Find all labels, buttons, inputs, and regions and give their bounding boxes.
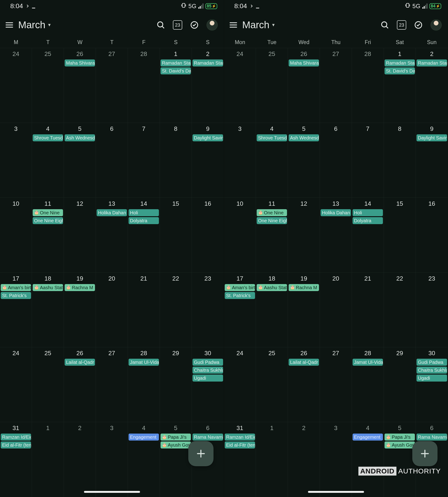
calendar-cell[interactable]: 13Holika Dahan: [320, 198, 352, 272]
calendar-cell[interactable]: 9Daylight Saving: [416, 123, 448, 198]
calendar-cell[interactable]: 5Ash Wednesday: [288, 123, 320, 198]
event-chip[interactable]: 🎂Rachna M: [289, 284, 319, 291]
add-event-fab[interactable]: [412, 441, 437, 466]
calendar-cell[interactable]: 5Ash Wednesday: [64, 123, 96, 198]
calendar-cell[interactable]: 2Ramadan Start: [192, 48, 224, 123]
calendar-cell[interactable]: 29: [384, 347, 416, 422]
account-avatar[interactable]: [207, 19, 218, 31]
calendar-cell[interactable]: 6: [96, 123, 128, 198]
event-chip[interactable]: Ash Wednesday: [65, 134, 95, 141]
event-chip[interactable]: Ramzan Id/Eid: [1, 434, 31, 441]
calendar-cell[interactable]: 22: [384, 273, 416, 347]
event-chip[interactable]: Dolyatra: [128, 217, 159, 224]
calendar-cell[interactable]: 12: [64, 198, 96, 272]
calendar-cell[interactable]: 23: [416, 273, 448, 347]
calendar-cell[interactable]: 25: [32, 48, 64, 123]
calendar-cell[interactable]: 17🎂Aman's birthdaySt. Patrick's: [224, 273, 256, 347]
calendar-cell[interactable]: 10: [0, 198, 32, 272]
search-button[interactable]: [156, 20, 166, 30]
calendar-cell[interactable]: 18🎂Aashu Status: [256, 273, 288, 347]
event-chip[interactable]: 🎂Aashu Status: [33, 284, 63, 291]
event-chip[interactable]: Ramadan Start: [160, 60, 191, 66]
event-chip[interactable]: Maha Shivaratri: [289, 60, 319, 66]
calendar-cell[interactable]: 21: [352, 273, 384, 347]
calendar-cell[interactable]: 24: [0, 347, 32, 422]
event-chip[interactable]: St. Patrick's: [1, 292, 31, 299]
event-chip[interactable]: Daylight Saving: [192, 134, 223, 141]
event-chip[interactable]: Ash Wednesday: [289, 134, 319, 141]
event-chip[interactable]: St. David's Day: [384, 67, 415, 74]
calendar-cell[interactable]: 1Ramadan StartSt. David's Day: [384, 48, 416, 123]
hamburger-menu-button[interactable]: [228, 20, 239, 30]
calendar-cell[interactable]: 4Shrove Tuesday: [256, 123, 288, 198]
tasks-button[interactable]: [189, 20, 199, 30]
calendar-cell[interactable]: 26Lailat al-Qadr: [64, 347, 96, 422]
calendar-cell[interactable]: 17🎂Aman's birthdaySt. Patrick's: [0, 273, 32, 347]
event-chip[interactable]: One Nine Eight: [257, 217, 287, 224]
event-chip[interactable]: Lailat al-Qadr: [289, 359, 319, 366]
calendar-cell[interactable]: 28: [128, 48, 160, 123]
tasks-button[interactable]: [413, 20, 423, 30]
calendar-cell[interactable]: 3: [224, 123, 256, 198]
event-chip[interactable]: Ramadan Start: [192, 60, 223, 66]
calendar-cell[interactable]: 3: [320, 422, 352, 497]
event-chip[interactable]: Holi: [352, 209, 383, 216]
event-chip[interactable]: Eid al-Fitr (tentative): [225, 441, 255, 449]
calendar-cell[interactable]: 8: [384, 123, 416, 198]
calendar-cell[interactable]: 26Lailat al-Qadr: [288, 347, 320, 422]
calendar-cell[interactable]: 28Jamat Ul-Vida: [352, 347, 384, 422]
event-chip[interactable]: Ramzan Id/Eid: [225, 434, 255, 441]
event-chip[interactable]: Eid al-Fitr (tentative): [1, 441, 31, 449]
event-chip[interactable]: 🎂Aman's birthday: [225, 284, 255, 291]
event-chip[interactable]: Shrove Tuesday: [257, 134, 287, 141]
calendar-cell[interactable]: 14HoliDolyatra: [352, 198, 384, 272]
event-chip[interactable]: St. Patrick's: [225, 292, 255, 299]
calendar-cell[interactable]: 27: [96, 48, 128, 123]
calendar-cell[interactable]: 27: [320, 347, 352, 422]
calendar-cell[interactable]: 7: [128, 123, 160, 198]
calendar-cell[interactable]: 2: [288, 422, 320, 497]
event-chip[interactable]: Ugadi: [416, 374, 447, 382]
event-chip[interactable]: Gudi Padwa: [416, 359, 447, 366]
event-chip[interactable]: One Nine Eight: [33, 217, 63, 224]
calendar-cell[interactable]: 20: [320, 273, 352, 347]
event-chip[interactable]: Maha Shivaratri: [65, 60, 95, 66]
calendar-cell[interactable]: 25: [32, 347, 64, 422]
event-chip[interactable]: 🎂Ayush Goyal: [384, 441, 415, 449]
event-chip[interactable]: St. David's Day: [160, 67, 191, 74]
calendar-cell[interactable]: 24: [224, 347, 256, 422]
calendar-grid[interactable]: 242526Maha Shivaratri27281Ramadan StartS…: [224, 48, 448, 497]
calendar-cell[interactable]: 5🎂Papa Ji's🎂Ayush Goyal: [160, 422, 192, 497]
calendar-cell[interactable]: 19🎂Rachna M: [64, 273, 96, 347]
gesture-nav-handle[interactable]: [308, 491, 364, 493]
calendar-cell[interactable]: 14HoliDolyatra: [128, 198, 160, 272]
event-chip[interactable]: Gudi Padwa: [192, 359, 223, 366]
event-chip[interactable]: 🎂Papa Ji's: [384, 434, 415, 441]
calendar-cell[interactable]: 24: [0, 48, 32, 123]
calendar-cell[interactable]: 25: [256, 48, 288, 123]
calendar-cell[interactable]: 31Ramzan Id/EidEid al-Fitr (tentative): [0, 422, 32, 497]
event-chip[interactable]: 🎂One Nine: [33, 209, 63, 216]
calendar-cell[interactable]: 28Jamat Ul-Vida: [128, 347, 160, 422]
calendar-cell[interactable]: 21: [128, 273, 160, 347]
calendar-cell[interactable]: 1Ramadan StartSt. David's Day: [160, 48, 192, 123]
event-chip[interactable]: 🎂Aman's birthday: [1, 284, 31, 291]
jump-to-today-button[interactable]: 23: [397, 20, 406, 30]
event-chip[interactable]: Holika Dahan: [96, 209, 127, 216]
event-chip[interactable]: Ramadan Start: [416, 60, 447, 66]
event-chip[interactable]: 🎂One Nine: [257, 209, 287, 216]
calendar-cell[interactable]: 30Gudi PadwaChaitra SukhladiUgadi: [192, 347, 224, 422]
month-selector[interactable]: March▼: [240, 19, 378, 31]
event-chip[interactable]: Dolyatra: [352, 217, 383, 224]
jump-to-today-button[interactable]: 23: [173, 20, 182, 30]
event-chip[interactable]: Chaitra Sukhladi: [416, 367, 447, 374]
calendar-cell[interactable]: 24: [224, 48, 256, 123]
calendar-cell[interactable]: 18🎂Aashu Status: [32, 273, 64, 347]
calendar-cell[interactable]: 1: [32, 422, 64, 497]
event-chip[interactable]: Jamat Ul-Vida: [128, 359, 159, 366]
calendar-grid[interactable]: 242526Maha Shivaratri27281Ramadan StartS…: [0, 48, 224, 497]
calendar-cell[interactable]: 29: [160, 347, 192, 422]
calendar-cell[interactable]: 1: [256, 422, 288, 497]
calendar-cell[interactable]: 26Maha Shivaratri: [64, 48, 96, 123]
calendar-cell[interactable]: 4Engagement: [352, 422, 384, 497]
